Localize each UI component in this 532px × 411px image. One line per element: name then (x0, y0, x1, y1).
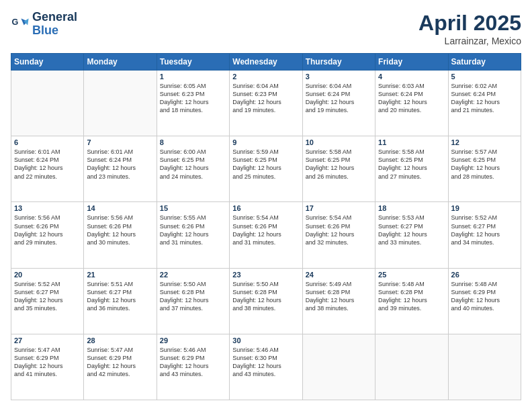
day-cell: 7Sunrise: 6:01 AM Sunset: 6:24 PM Daylig… (84, 136, 157, 202)
day-info: Sunrise: 5:54 AM Sunset: 6:26 PM Dayligh… (306, 214, 372, 246)
day-number: 26 (451, 271, 518, 279)
day-number: 2 (232, 73, 299, 81)
day-cell: 17Sunrise: 5:54 AM Sunset: 6:26 PM Dayli… (302, 202, 375, 268)
day-number: 19 (451, 204, 518, 212)
week-row-2: 6Sunrise: 6:01 AM Sunset: 6:24 PM Daylig… (11, 136, 521, 202)
day-info: Sunrise: 5:58 AM Sunset: 6:25 PM Dayligh… (378, 148, 445, 181)
day-number: 9 (232, 138, 299, 146)
day-number: 6 (14, 138, 81, 146)
day-info: Sunrise: 5:56 AM Sunset: 6:26 PM Dayligh… (14, 214, 81, 246)
day-info: Sunrise: 6:04 AM Sunset: 6:24 PM Dayligh… (306, 82, 372, 115)
day-info: Sunrise: 5:50 AM Sunset: 6:28 PM Dayligh… (160, 280, 226, 313)
day-info: Sunrise: 5:52 AM Sunset: 6:27 PM Dayligh… (14, 280, 81, 313)
day-info: Sunrise: 5:56 AM Sunset: 6:26 PM Dayligh… (87, 214, 153, 246)
day-number: 16 (232, 204, 299, 212)
day-number: 7 (87, 138, 153, 146)
day-cell: 18Sunrise: 5:53 AM Sunset: 6:27 PM Dayli… (375, 202, 448, 268)
day-cell: 4Sunrise: 6:03 AM Sunset: 6:24 PM Daylig… (375, 71, 448, 136)
day-cell: 1Sunrise: 6:05 AM Sunset: 6:23 PM Daylig… (157, 71, 229, 136)
day-cell: 12Sunrise: 5:57 AM Sunset: 6:25 PM Dayli… (448, 136, 521, 202)
weekday-header-monday: Monday (84, 54, 157, 71)
weekday-header-sunday: Sunday (11, 54, 84, 71)
weekday-header-friday: Friday (375, 54, 448, 71)
day-info: Sunrise: 5:51 AM Sunset: 6:27 PM Dayligh… (87, 280, 153, 313)
day-cell (375, 334, 448, 400)
day-cell: 6Sunrise: 6:01 AM Sunset: 6:24 PM Daylig… (11, 136, 84, 202)
day-info: Sunrise: 5:52 AM Sunset: 6:27 PM Dayligh… (451, 214, 518, 246)
day-number: 13 (14, 204, 81, 212)
day-cell: 3Sunrise: 6:04 AM Sunset: 6:24 PM Daylig… (302, 71, 375, 136)
day-number: 3 (306, 73, 372, 81)
day-info: Sunrise: 6:01 AM Sunset: 6:24 PM Dayligh… (14, 148, 81, 181)
weekday-header-wednesday: Wednesday (230, 54, 302, 71)
day-info: Sunrise: 5:48 AM Sunset: 6:28 PM Dayligh… (378, 280, 445, 313)
day-info: Sunrise: 6:02 AM Sunset: 6:24 PM Dayligh… (451, 82, 518, 115)
day-cell: 27Sunrise: 5:47 AM Sunset: 6:29 PM Dayli… (11, 334, 84, 400)
day-number: 17 (306, 204, 372, 212)
day-number: 29 (160, 336, 226, 345)
day-number: 8 (160, 138, 226, 146)
day-info: Sunrise: 6:04 AM Sunset: 6:23 PM Dayligh… (232, 82, 299, 115)
logo-text: General Blue (32, 11, 77, 38)
day-cell: 29Sunrise: 5:46 AM Sunset: 6:29 PM Dayli… (157, 334, 229, 400)
day-info: Sunrise: 5:53 AM Sunset: 6:27 PM Dayligh… (378, 214, 445, 246)
day-info: Sunrise: 5:47 AM Sunset: 6:29 PM Dayligh… (87, 346, 153, 379)
day-cell: 2Sunrise: 6:04 AM Sunset: 6:23 PM Daylig… (230, 71, 302, 136)
day-info: Sunrise: 5:57 AM Sunset: 6:25 PM Dayligh… (451, 148, 518, 181)
day-cell: 19Sunrise: 5:52 AM Sunset: 6:27 PM Dayli… (448, 202, 521, 268)
page: G General Blue April 2025 Larrainzar, Me… (0, 0, 532, 411)
day-info: Sunrise: 6:01 AM Sunset: 6:24 PM Dayligh… (87, 148, 153, 181)
day-number: 24 (306, 271, 372, 279)
day-cell: 26Sunrise: 5:48 AM Sunset: 6:29 PM Dayli… (448, 268, 521, 334)
day-info: Sunrise: 5:46 AM Sunset: 6:30 PM Dayligh… (232, 346, 299, 379)
title-block: April 2025 Larrainzar, Mexico (418, 11, 521, 46)
location-subtitle: Larrainzar, Mexico (418, 36, 521, 46)
logo-line2: Blue (32, 24, 77, 38)
weekday-header-tuesday: Tuesday (157, 54, 229, 71)
day-cell: 8Sunrise: 6:00 AM Sunset: 6:25 PM Daylig… (157, 136, 229, 202)
day-number: 1 (160, 73, 226, 81)
day-cell (302, 334, 375, 400)
week-row-4: 20Sunrise: 5:52 AM Sunset: 6:27 PM Dayli… (11, 268, 521, 334)
logo-icon: G (11, 15, 30, 34)
logo: G General Blue (11, 11, 77, 38)
day-cell: 10Sunrise: 5:58 AM Sunset: 6:25 PM Dayli… (302, 136, 375, 202)
day-cell: 14Sunrise: 5:56 AM Sunset: 6:26 PM Dayli… (84, 202, 157, 268)
day-number: 14 (87, 204, 153, 212)
day-cell (11, 71, 84, 136)
day-cell: 21Sunrise: 5:51 AM Sunset: 6:27 PM Dayli… (84, 268, 157, 334)
day-cell: 22Sunrise: 5:50 AM Sunset: 6:28 PM Dayli… (157, 268, 229, 334)
svg-text:G: G (11, 17, 18, 27)
day-number: 4 (378, 73, 445, 81)
day-info: Sunrise: 6:00 AM Sunset: 6:25 PM Dayligh… (160, 148, 226, 181)
week-row-5: 27Sunrise: 5:47 AM Sunset: 6:29 PM Dayli… (11, 334, 521, 400)
day-number: 10 (306, 138, 372, 146)
day-info: Sunrise: 5:58 AM Sunset: 6:25 PM Dayligh… (306, 148, 372, 181)
day-info: Sunrise: 5:47 AM Sunset: 6:29 PM Dayligh… (14, 346, 81, 379)
header: G General Blue April 2025 Larrainzar, Me… (11, 11, 521, 46)
weekday-header-saturday: Saturday (448, 54, 521, 71)
day-cell: 15Sunrise: 5:55 AM Sunset: 6:26 PM Dayli… (157, 202, 229, 268)
day-info: Sunrise: 6:05 AM Sunset: 6:23 PM Dayligh… (160, 82, 226, 115)
day-number: 22 (160, 271, 226, 279)
week-row-3: 13Sunrise: 5:56 AM Sunset: 6:26 PM Dayli… (11, 202, 521, 268)
weekday-header-thursday: Thursday (302, 54, 375, 71)
day-cell (84, 71, 157, 136)
day-number: 30 (232, 336, 299, 345)
day-number: 5 (451, 73, 518, 81)
day-number: 21 (87, 271, 153, 279)
day-cell: 28Sunrise: 5:47 AM Sunset: 6:29 PM Dayli… (84, 334, 157, 400)
day-info: Sunrise: 5:59 AM Sunset: 6:25 PM Dayligh… (232, 148, 299, 181)
day-cell: 25Sunrise: 5:48 AM Sunset: 6:28 PM Dayli… (375, 268, 448, 334)
day-cell: 5Sunrise: 6:02 AM Sunset: 6:24 PM Daylig… (448, 71, 521, 136)
day-info: Sunrise: 5:48 AM Sunset: 6:29 PM Dayligh… (451, 280, 518, 313)
day-number: 23 (232, 271, 299, 279)
day-info: Sunrise: 5:50 AM Sunset: 6:28 PM Dayligh… (232, 280, 299, 313)
day-cell: 20Sunrise: 5:52 AM Sunset: 6:27 PM Dayli… (11, 268, 84, 334)
weekday-header-row: SundayMondayTuesdayWednesdayThursdayFrid… (11, 54, 521, 71)
day-info: Sunrise: 5:55 AM Sunset: 6:26 PM Dayligh… (160, 214, 226, 246)
day-cell: 13Sunrise: 5:56 AM Sunset: 6:26 PM Dayli… (11, 202, 84, 268)
day-info: Sunrise: 5:54 AM Sunset: 6:26 PM Dayligh… (232, 214, 299, 246)
day-cell: 23Sunrise: 5:50 AM Sunset: 6:28 PM Dayli… (230, 268, 302, 334)
day-cell: 11Sunrise: 5:58 AM Sunset: 6:25 PM Dayli… (375, 136, 448, 202)
